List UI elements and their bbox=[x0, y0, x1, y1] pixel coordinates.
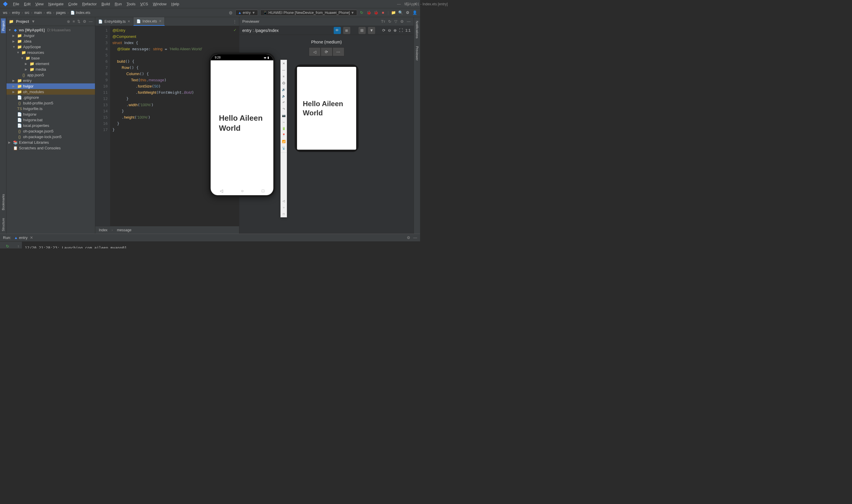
menu-help[interactable]: Help bbox=[169, 2, 182, 6]
search-icon[interactable]: 🔍 bbox=[398, 10, 403, 15]
menu-tools[interactable]: Tools bbox=[124, 2, 138, 6]
emu-close-icon[interactable]: ✕ bbox=[282, 61, 286, 65]
menu-build[interactable]: Build bbox=[99, 2, 112, 6]
emu-recent-icon[interactable]: □ bbox=[282, 212, 286, 216]
preview-rotate-icon[interactable]: ⟳ bbox=[321, 47, 332, 56]
emu-battery-icon[interactable]: 🔋 bbox=[282, 126, 286, 130]
coverage-icon[interactable]: 🐞 bbox=[374, 10, 378, 15]
menu-file[interactable]: File bbox=[11, 2, 22, 6]
notifications-tab[interactable]: Notifications bbox=[415, 18, 419, 41]
tree-item[interactable]: ▶📁.idea bbox=[6, 38, 95, 44]
emu-voldown-icon[interactable]: 🔉 bbox=[282, 94, 286, 98]
tree-item[interactable]: ▼📁base bbox=[6, 55, 95, 61]
menu-edit[interactable]: Edit bbox=[22, 2, 33, 6]
menu-navigate[interactable]: Navigate bbox=[46, 2, 66, 6]
emu-network-icon[interactable]: 📶 bbox=[282, 139, 286, 143]
zoom-out-icon[interactable]: ⊖ bbox=[388, 28, 391, 33]
tree-item[interactable]: ▶📚External Libraries bbox=[6, 140, 95, 145]
avatar-icon[interactable]: 👤 bbox=[412, 10, 417, 15]
breadcrumb-segment[interactable]: src bbox=[24, 11, 29, 15]
menu-run[interactable]: Run bbox=[112, 2, 124, 6]
run-config-select[interactable]: ▲ entry ▼ bbox=[235, 10, 258, 16]
tree-item[interactable]: 📋Scratches and Consoles bbox=[6, 145, 95, 151]
editor-more-icon[interactable]: ⋮ bbox=[231, 19, 239, 24]
emulator-window[interactable]: 9:28 ◂▸ ▮ Hello Aileen World ◁ ○ □ ✕ — ≡… bbox=[209, 53, 287, 197]
tree-root[interactable]: ▼ ◆ ws [MyApp01] D:\Huawei\ws bbox=[6, 27, 95, 33]
tree-item[interactable]: {}oh-package.json5 bbox=[6, 128, 95, 134]
project-tree[interactable]: ▼ ◆ ws [MyApp01] D:\Huawei\ws ▶📁.hvigor▶… bbox=[6, 26, 95, 234]
breadcrumb-segment[interactable]: entry bbox=[12, 11, 20, 15]
tree-item[interactable]: ▶📁hvigor bbox=[6, 84, 95, 89]
tree-item[interactable]: TShvigorfile.ts bbox=[6, 106, 95, 111]
editor-tab[interactable]: 📄Index.ets✕ bbox=[133, 17, 165, 26]
tree-item[interactable]: {}app.json5 bbox=[6, 72, 95, 78]
run-icon[interactable]: ↻ bbox=[359, 10, 364, 15]
inspection-ok-icon[interactable]: ✓ bbox=[233, 28, 237, 32]
tree-item[interactable]: ▶📁media bbox=[6, 67, 95, 72]
dropdown-icon[interactable]: ▼ bbox=[368, 27, 375, 34]
emu-volup-icon[interactable]: 🔊 bbox=[282, 87, 286, 91]
breadcrumb-segment[interactable]: ets bbox=[47, 11, 51, 15]
run-console[interactable]: 12/20 21:28:23: Launching com.aileen.mya… bbox=[22, 242, 420, 249]
compass-icon[interactable]: ◎ bbox=[229, 10, 233, 15]
refresh-icon[interactable]: ↻ bbox=[388, 19, 392, 24]
zoom-in-icon[interactable]: ⊕ bbox=[394, 28, 397, 33]
emu-rotate-l-icon[interactable]: ↶ bbox=[282, 100, 286, 104]
editor-breadcrumb[interactable]: Index › message bbox=[95, 226, 239, 234]
run-hide-icon[interactable]: — bbox=[413, 235, 417, 240]
settings-icon[interactable]: ⚙ bbox=[405, 10, 410, 15]
minimize-icon[interactable]: — bbox=[397, 2, 401, 6]
eye-icon[interactable]: 👁 bbox=[334, 27, 341, 34]
emu-back-icon[interactable]: ◁ bbox=[282, 199, 286, 203]
tree-item[interactable]: {}build-profile.json5 bbox=[6, 100, 95, 106]
project-tab[interactable]: Project bbox=[1, 18, 6, 33]
breadcrumb-segment[interactable]: ws bbox=[3, 11, 7, 15]
phone-recent-icon[interactable]: □ bbox=[262, 188, 264, 193]
fit-icon[interactable]: ⛶ bbox=[399, 28, 403, 33]
tree-item[interactable]: 📄hvigorw bbox=[6, 111, 95, 117]
emu-shake-icon[interactable]: ↔ bbox=[282, 120, 286, 124]
stop-icon[interactable]: ■ bbox=[381, 10, 385, 15]
tree-item[interactable]: {}oh-package-lock.json5 bbox=[6, 134, 95, 140]
hide-icon[interactable]: — bbox=[89, 19, 93, 24]
phone-home-icon[interactable]: ○ bbox=[241, 188, 243, 193]
emu-menu-icon[interactable]: ≡ bbox=[282, 74, 286, 78]
debug-icon[interactable]: 🐞 bbox=[366, 10, 371, 15]
rotate-icon[interactable]: ⟳ bbox=[382, 28, 385, 33]
run-settings-icon[interactable]: ⚙ bbox=[407, 235, 410, 240]
ratio-icon[interactable]: 1:1 bbox=[405, 28, 411, 33]
emu-power-icon[interactable]: ⏻ bbox=[282, 81, 286, 85]
layers-icon[interactable]: ≣ bbox=[343, 27, 350, 34]
tree-item[interactable]: ▶📁entry bbox=[6, 78, 95, 84]
breadcrumb-segment[interactable]: pages bbox=[56, 11, 66, 15]
editor-tab[interactable]: 📄EntryAbility.ts✕ bbox=[95, 17, 133, 26]
emu-location-icon[interactable]: 📍 bbox=[282, 133, 286, 137]
bookmarks-tab[interactable]: Bookmarks bbox=[1, 192, 6, 213]
expand-icon[interactable]: ⇅ bbox=[77, 19, 80, 24]
tree-item[interactable]: 📄hvigorw.bat bbox=[6, 117, 95, 123]
menu-view[interactable]: View bbox=[33, 2, 46, 6]
gear-icon[interactable]: ⚙ bbox=[83, 19, 86, 24]
emu-minimize-icon[interactable]: — bbox=[282, 68, 286, 72]
filter-icon[interactable]: ▽ bbox=[394, 19, 397, 24]
menu-code[interactable]: Code bbox=[66, 2, 80, 6]
tree-item[interactable]: ▼📁resources bbox=[6, 50, 95, 55]
menu-window[interactable]: Window bbox=[150, 2, 169, 6]
tree-item[interactable]: 📄.gitignore bbox=[6, 95, 95, 100]
font-icon[interactable]: Tт bbox=[381, 19, 385, 24]
grid-icon[interactable]: ⊞ bbox=[359, 27, 366, 34]
collapse-icon[interactable]: ≡ bbox=[72, 19, 75, 24]
breadcrumb-segment[interactable]: main bbox=[34, 11, 42, 15]
device-select[interactable]: 📱 HUAWEI Phone [NewDevice_from_Huawei_Ph… bbox=[260, 10, 357, 16]
menu-vcs[interactable]: VCS bbox=[138, 2, 150, 6]
tree-item[interactable]: 📄local.properties bbox=[6, 123, 95, 128]
gear-icon[interactable]: ⚙ bbox=[400, 19, 404, 24]
structure-tab[interactable]: Structure bbox=[1, 216, 6, 234]
target-icon[interactable]: ⊕ bbox=[67, 19, 70, 24]
breadcrumb-segment[interactable]: 📄 Index.ets bbox=[70, 11, 90, 15]
preview-back-icon[interactable]: ◁ bbox=[309, 47, 321, 56]
open-folder-icon[interactable]: 📁 bbox=[391, 10, 396, 15]
tree-item[interactable]: ▶📁element bbox=[6, 61, 95, 67]
hide-icon[interactable]: — bbox=[407, 19, 411, 24]
tree-item[interactable]: ▶📁.hvigor bbox=[6, 33, 95, 38]
